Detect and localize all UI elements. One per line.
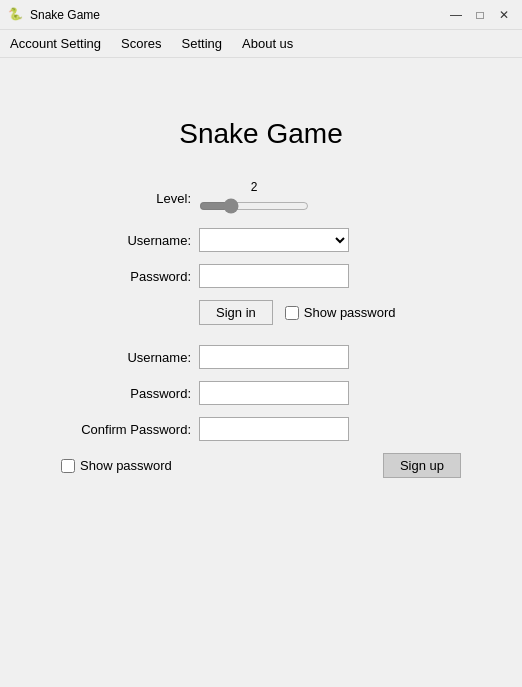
window-title: Snake Game (30, 8, 100, 22)
window-controls: — □ ✕ (446, 5, 514, 25)
main-content: Snake Game Level: 2 Username: Password: … (0, 58, 522, 687)
signup-confirm-password-input[interactable] (199, 417, 349, 441)
menu-scores[interactable]: Scores (111, 32, 171, 55)
signup-show-password-label: Show password (80, 458, 172, 473)
level-slider[interactable] (199, 196, 309, 216)
minimize-button[interactable]: — (446, 5, 466, 25)
close-button[interactable]: ✕ (494, 5, 514, 25)
signup-password-row: Password: (61, 381, 461, 405)
sign-in-button[interactable]: Sign in (199, 300, 273, 325)
signup-confirm-password-label: Confirm Password: (61, 422, 191, 437)
signin-show-password-label: Show password (304, 305, 396, 320)
signup-password-label: Password: (61, 386, 191, 401)
maximize-button[interactable]: □ (470, 5, 490, 25)
signin-username-label: Username: (61, 233, 191, 248)
signin-password-label: Password: (61, 269, 191, 284)
app-title: Snake Game (179, 118, 342, 150)
signin-show-password-row: Show password (285, 305, 396, 320)
signup-show-password-checkbox[interactable] (61, 459, 75, 473)
menu-setting[interactable]: Setting (172, 32, 232, 55)
level-value: 2 (251, 180, 258, 194)
signup-confirm-password-row: Confirm Password: (61, 417, 461, 441)
section-divider (61, 325, 461, 345)
signup-section: Username: Password: Confirm Password: Sh… (61, 345, 461, 478)
signup-actions: Show password Sign up (61, 453, 461, 478)
signin-actions: Sign in Show password (199, 300, 461, 325)
signup-show-password-row: Show password (61, 458, 172, 473)
menu-about-us[interactable]: About us (232, 32, 303, 55)
signin-password-input[interactable] (199, 264, 349, 288)
signin-username-select[interactable] (199, 228, 349, 252)
level-label: Level: (61, 191, 191, 206)
level-slider-wrapper: 2 (199, 180, 309, 216)
signup-username-label: Username: (61, 350, 191, 365)
signin-username-row: Username: (61, 228, 461, 252)
signup-password-input[interactable] (199, 381, 349, 405)
signup-username-input[interactable] (199, 345, 349, 369)
signup-username-row: Username: (61, 345, 461, 369)
title-bar-left: 🐍 Snake Game (8, 7, 100, 23)
app-icon: 🐍 (8, 7, 24, 23)
menu-bar: Account Setting Scores Setting About us (0, 30, 522, 58)
level-row: Level: 2 (61, 180, 461, 216)
signin-password-row: Password: (61, 264, 461, 288)
menu-account-setting[interactable]: Account Setting (0, 32, 111, 55)
signin-section: Level: 2 Username: Password: Sign in Sho… (61, 180, 461, 325)
signin-show-password-checkbox[interactable] (285, 306, 299, 320)
title-bar: 🐍 Snake Game — □ ✕ (0, 0, 522, 30)
sign-up-button[interactable]: Sign up (383, 453, 461, 478)
